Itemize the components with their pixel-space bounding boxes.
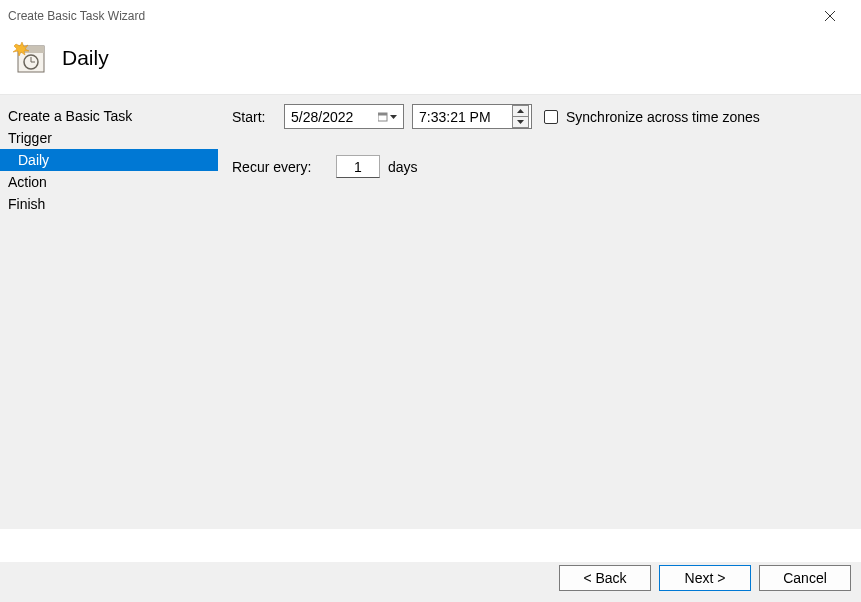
date-value: 5/28/2022 bbox=[291, 109, 353, 125]
chevron-down-icon bbox=[390, 115, 397, 119]
wizard-footer: < Back Next > Cancel bbox=[0, 562, 861, 602]
start-date-input[interactable]: 5/28/2022 bbox=[284, 104, 404, 129]
sidebar-item-daily[interactable]: Daily bbox=[0, 149, 218, 171]
chevron-up-icon bbox=[517, 109, 524, 113]
spinner-down[interactable] bbox=[513, 117, 528, 127]
titlebar: Create Basic Task Wizard bbox=[0, 0, 861, 32]
time-spinner[interactable] bbox=[512, 105, 529, 128]
start-label: Start: bbox=[232, 109, 276, 125]
chevron-down-icon bbox=[517, 120, 524, 124]
sync-timezones-label: Synchronize across time zones bbox=[566, 109, 760, 125]
task-icon bbox=[12, 40, 48, 76]
start-row: Start: 5/28/2022 7:33:21 PM Synchronize … bbox=[232, 104, 847, 129]
svg-rect-8 bbox=[378, 113, 387, 116]
spinner-up[interactable] bbox=[513, 106, 528, 117]
calendar-icon bbox=[378, 112, 388, 122]
back-button[interactable]: < Back bbox=[559, 565, 651, 591]
sidebar-item-finish[interactable]: Finish bbox=[0, 193, 218, 215]
wizard-sidebar: Create a Basic Task Trigger Daily Action… bbox=[0, 95, 218, 529]
svg-marker-9 bbox=[390, 115, 397, 119]
close-button[interactable] bbox=[807, 0, 853, 32]
recur-days-input[interactable] bbox=[336, 155, 380, 178]
page-title: Daily bbox=[62, 46, 109, 70]
start-time-input[interactable]: 7:33:21 PM bbox=[412, 104, 532, 129]
recur-row: Recur every: days bbox=[232, 155, 847, 178]
cancel-button[interactable]: Cancel bbox=[759, 565, 851, 591]
svg-marker-11 bbox=[517, 120, 524, 124]
wizard-body: Create a Basic Task Trigger Daily Action… bbox=[0, 94, 861, 529]
recur-label: Recur every: bbox=[232, 159, 328, 175]
svg-marker-10 bbox=[517, 109, 524, 113]
sidebar-item-trigger[interactable]: Trigger bbox=[0, 127, 218, 149]
sidebar-item-create-task[interactable]: Create a Basic Task bbox=[0, 105, 218, 127]
next-button[interactable]: Next > bbox=[659, 565, 751, 591]
time-value: 7:33:21 PM bbox=[419, 109, 491, 125]
wizard-header: Daily bbox=[0, 32, 861, 94]
recur-unit: days bbox=[388, 159, 418, 175]
sync-timezones-checkbox[interactable] bbox=[544, 110, 558, 124]
window-title: Create Basic Task Wizard bbox=[8, 9, 807, 23]
close-icon bbox=[825, 11, 835, 21]
date-picker-toggle[interactable] bbox=[378, 112, 397, 122]
sidebar-item-action[interactable]: Action bbox=[0, 171, 218, 193]
wizard-content: Start: 5/28/2022 7:33:21 PM Synchronize … bbox=[218, 95, 861, 529]
